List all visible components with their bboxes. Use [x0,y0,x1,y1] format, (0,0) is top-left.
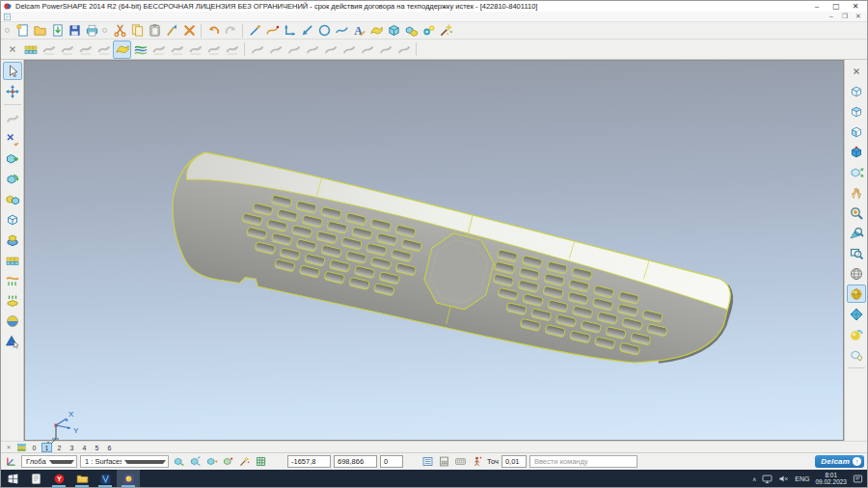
speaker-mute-icon[interactable] [778,474,789,484]
globe-icon[interactable] [847,264,866,283]
position-x-field[interactable]: -1657,8 [287,455,331,468]
curve-icon[interactable] [333,23,350,39]
tolerance-field[interactable]: 0,01 [502,455,527,468]
sphere-split-icon[interactable] [3,312,22,330]
pan-icon[interactable] [847,183,866,202]
drafting-icon[interactable] [3,291,22,310]
panel-close-icon[interactable] [847,62,866,80]
morph-icon[interactable] [3,271,22,289]
cut-icon[interactable] [111,23,128,39]
solid-view-icon[interactable] [847,143,866,161]
snap-wand-icon[interactable] [237,454,252,469]
transform-icon[interactable] [3,82,22,100]
iso-front-icon[interactable] [847,122,866,141]
solid-export-icon[interactable] [3,149,22,168]
display-icon[interactable] [762,474,773,484]
start-icon[interactable] [1,470,24,487]
viewport-3d-model[interactable]: X Y z [25,61,845,444]
format-icon[interactable] [163,23,180,39]
mdi-restore-button[interactable]: ❐ [838,12,852,21]
iso-view-icon[interactable] [847,82,866,100]
position-z-field[interactable]: 0 [380,455,403,468]
feature-icon[interactable] [402,23,420,39]
render-sphere-icon[interactable] [847,325,866,343]
print-icon[interactable] [83,23,100,39]
notification-icon[interactable] [853,474,863,484]
level-button-6[interactable]: 6 [104,443,115,452]
delete-icon[interactable] [180,23,198,39]
vector-app-icon[interactable] [94,470,117,487]
grille-panel-model[interactable] [156,145,737,398]
close-handle-icon[interactable] [3,41,21,59]
notes-app-icon[interactable] [24,470,47,487]
assembly-icon[interactable] [420,23,437,39]
mdi-close-button[interactable]: ✕ [852,12,865,21]
level-button-4[interactable]: 4 [79,443,90,452]
wireframe-diamond-icon[interactable] [847,305,866,323]
save-icon[interactable] [66,23,83,39]
position-y-field[interactable]: 698,866 [334,455,377,468]
surface-icon[interactable] [113,41,131,59]
text-icon[interactable]: A [350,23,367,39]
command-input[interactable] [529,455,637,468]
save-in-icon[interactable] [48,23,66,39]
solid-icon[interactable] [385,23,402,39]
select-cursor-icon[interactable] [3,62,22,80]
copy-wp-icon[interactable] [172,454,186,469]
paste-icon[interactable] [146,23,163,39]
surface-icon[interactable] [367,23,385,39]
move-wp-icon[interactable] [204,454,219,469]
copy-icon[interactable] [128,23,146,39]
tray-expand-icon[interactable]: ∧ [752,475,756,482]
viewport-3d[interactable]: X Y z [24,60,844,441]
list-icon[interactable] [420,454,435,469]
language-indicator[interactable]: ENG [795,475,809,482]
level-button-1[interactable]: 1 [41,443,52,452]
transparency-icon[interactable] [847,345,866,364]
arc-icon[interactable] [263,23,281,39]
levels-close-icon[interactable]: ✕ [4,444,14,450]
maximize-button[interactable]: ▢ [827,1,846,12]
level-button-2[interactable]: 2 [54,443,65,452]
wave-surface-icon[interactable] [131,41,149,59]
level-button-5[interactable]: 5 [92,443,102,452]
circle-icon[interactable] [315,23,333,39]
solids-compare-icon[interactable] [3,190,22,208]
solid-wire-icon[interactable] [3,210,22,229]
new-model-icon[interactable] [14,23,31,39]
solids-stack-icon[interactable] [3,230,22,249]
grid-icon[interactable] [254,454,268,469]
level-button-0[interactable]: 0 [29,443,40,452]
shaded-view-icon[interactable] [847,285,866,303]
wire-delete-icon[interactable] [3,129,22,148]
solids-batch-icon[interactable] [3,251,22,269]
calc-icon[interactable] [437,454,451,469]
iso-top-icon[interactable] [847,102,866,121]
person-snap-icon[interactable] [470,454,484,469]
level-button-3[interactable]: 3 [67,443,77,452]
solids-batch-icon[interactable] [21,41,40,59]
minimize-button[interactable]: – [807,1,827,12]
file-explorer-icon[interactable] [70,470,94,487]
keypad-icon[interactable] [453,454,468,469]
cone-select-icon[interactable] [3,332,22,350]
zoom-box-icon[interactable] [847,244,866,262]
workplane-selector[interactable]: Глобальн [21,455,77,468]
orient-wp-icon[interactable] [221,454,235,469]
multi-view-icon[interactable] [847,163,866,181]
level-selector[interactable]: 1 : Surfaces [80,455,169,468]
paste-wp-icon[interactable] [188,454,203,469]
zoom-in-icon[interactable] [847,203,866,222]
solid-rotate-icon[interactable] [3,170,22,188]
zoom-fan-icon[interactable] [847,224,866,242]
mdi-minimize-button[interactable]: – [825,12,838,21]
yandex-browser-icon[interactable]: Y [47,470,70,487]
close-button[interactable]: ✕ [846,1,865,12]
dimension-icon[interactable] [281,23,298,39]
line-icon[interactable] [246,23,263,39]
wizard-icon[interactable] [437,23,454,39]
powershape-app-icon[interactable] [117,470,140,487]
undo-icon[interactable] [204,23,222,39]
open-model-icon[interactable] [31,23,48,39]
clock[interactable]: 8:01 09.02.2023 [815,472,847,486]
